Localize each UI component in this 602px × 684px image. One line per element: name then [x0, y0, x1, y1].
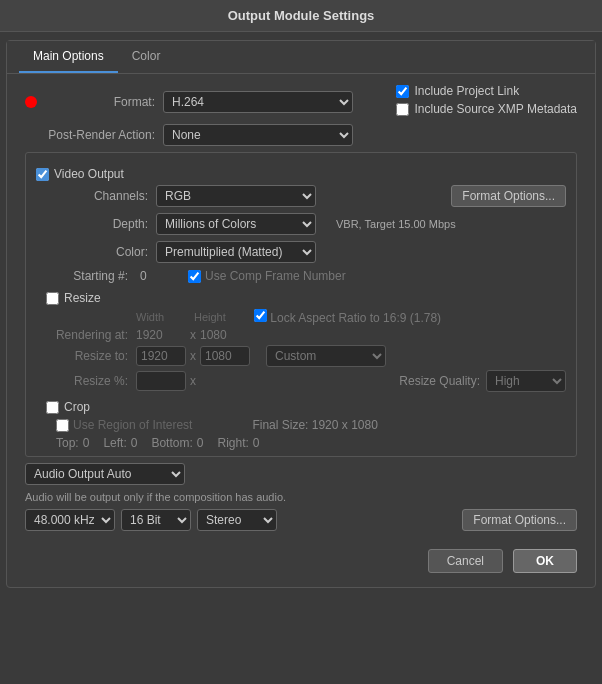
depth-label: Depth:: [36, 217, 156, 231]
format-status-dot: [25, 96, 37, 108]
crop-top-field: Top: 0: [56, 436, 89, 450]
use-comp-frame-row: Use Comp Frame Number: [188, 269, 346, 283]
use-comp-frame-checkbox[interactable]: [188, 270, 201, 283]
audio-header: Audio Output Auto Audio Output On Audio …: [25, 463, 577, 485]
stereo-select[interactable]: Stereo Mono 5.1: [197, 509, 277, 531]
resize-to-row: Resize to: x Custom 1920x1080 1280x720: [46, 345, 566, 367]
crop-options-row: Use Region of Interest Final Size: 1920 …: [46, 418, 566, 432]
crop-checkbox[interactable]: [46, 401, 59, 414]
include-source-xmp-checkbox[interactable]: [396, 103, 409, 116]
resize-pct-w[interactable]: [136, 371, 186, 391]
post-render-label: Post-Render Action:: [43, 128, 163, 142]
crop-label: Crop: [64, 400, 90, 414]
lock-aspect-checkbox[interactable]: [254, 309, 267, 322]
final-size-label: Final Size: 1920 x 1080: [252, 418, 377, 432]
rendering-w: 1920: [136, 328, 186, 342]
ok-button[interactable]: OK: [513, 549, 577, 573]
channels-select[interactable]: RGB RGB + Alpha Alpha: [156, 185, 316, 207]
x-sep2: x: [190, 349, 196, 363]
starting-label: Starting #:: [46, 269, 136, 283]
use-comp-frame-label: Use Comp Frame Number: [205, 269, 346, 283]
crop-right-field: Right: 0: [217, 436, 259, 450]
crop-right-label: Right:: [217, 436, 248, 450]
crop-bottom-field: Bottom: 0: [151, 436, 203, 450]
post-render-select[interactable]: None Import Import & Replace Usage Set P…: [163, 124, 353, 146]
resize-pct-row: Resize %: x Resize Quality: High Medium …: [46, 370, 566, 392]
video-output-label: Video Output: [54, 167, 124, 181]
include-project-link-checkbox[interactable]: [396, 85, 409, 98]
khz-select[interactable]: 48.000 kHz 44.100 kHz 22.050 kHz: [25, 509, 115, 531]
audio-output-select[interactable]: Audio Output Auto Audio Output On Audio …: [25, 463, 185, 485]
use-roi-checkbox[interactable]: [56, 419, 69, 432]
audio-section: Audio Output Auto Audio Output On Audio …: [25, 463, 577, 531]
resize-wh-labels-row: Width Height Lock Aspect Ratio to 16:9 (…: [46, 309, 566, 325]
crop-fields: Top: 0 Left: 0 Bottom: 0 Right: 0: [46, 436, 566, 450]
lock-aspect-label: Lock Aspect Ratio to 16:9 (1.78): [270, 311, 441, 325]
rendering-at-label: Rendering at:: [46, 328, 136, 342]
resize-checkbox[interactable]: [46, 292, 59, 305]
bottom-buttons: Cancel OK: [7, 541, 595, 577]
resize-preset-select[interactable]: Custom 1920x1080 1280x720: [266, 345, 386, 367]
x-sep3: x: [190, 374, 196, 388]
cancel-button[interactable]: Cancel: [428, 549, 503, 573]
color-row: Color: Premultiplied (Matted) Straight (…: [36, 241, 566, 263]
video-output-header: Video Output: [36, 167, 566, 181]
include-project-link-row: Include Project Link: [396, 84, 577, 98]
format-select[interactable]: H.264 QuickTime AVI PNG Sequence: [163, 91, 353, 113]
depth-select[interactable]: Millions of Colors Billions of Colors Mi…: [156, 213, 316, 235]
title-bar: Output Module Settings: [0, 0, 602, 32]
main-content: Format: H.264 QuickTime AVI PNG Sequence…: [7, 74, 595, 541]
depth-row: Depth: Millions of Colors Billions of Co…: [36, 213, 566, 235]
resize-to-label: Resize to:: [46, 349, 136, 363]
resize-header: Resize: [46, 291, 566, 305]
crop-left-field: Left: 0: [103, 436, 137, 450]
color-select[interactable]: Premultiplied (Matted) Straight (Unmatte…: [156, 241, 316, 263]
x-sep1: x: [190, 328, 196, 342]
crop-left-value: 0: [131, 436, 138, 450]
video-format-options-button[interactable]: Format Options...: [451, 185, 566, 207]
vbr-text: VBR, Target 15.00 Mbps: [336, 218, 456, 230]
use-roi-row: Use Region of Interest: [56, 418, 192, 432]
tab-color[interactable]: Color: [118, 41, 175, 73]
resize-quality-label: Resize Quality:: [399, 374, 480, 388]
crop-bottom-label: Bottom:: [151, 436, 192, 450]
include-project-link-label: Include Project Link: [414, 84, 519, 98]
channels-row: Channels: RGB RGB + Alpha Alpha Format O…: [36, 185, 566, 207]
crop-right-value: 0: [253, 436, 260, 450]
use-roi-label: Use Region of Interest: [73, 418, 192, 432]
crop-bottom-value: 0: [197, 436, 204, 450]
audio-format-options-button[interactable]: Format Options...: [462, 509, 577, 531]
resize-to-h[interactable]: [200, 346, 250, 366]
format-label: Format:: [43, 95, 163, 109]
audio-note: Audio will be output only if the composi…: [25, 491, 577, 503]
crop-top-value: 0: [83, 436, 90, 450]
post-render-row: Post-Render Action: None Import Import &…: [43, 124, 577, 146]
color-label: Color:: [36, 245, 156, 259]
crop-left-label: Left:: [103, 436, 126, 450]
width-col-label: Width: [136, 311, 186, 323]
crop-header: Crop: [46, 400, 566, 414]
format-row: Format: H.264 QuickTime AVI PNG Sequence…: [25, 84, 577, 120]
bit-select[interactable]: 16 Bit 8 Bit 32 Bit: [121, 509, 191, 531]
resize-section: Resize Width Height Lock Aspect Ratio to…: [36, 291, 566, 392]
rendering-h: 1080: [200, 328, 250, 342]
video-output-section: Video Output Channels: RGB RGB + Alpha A…: [25, 152, 577, 457]
include-source-xmp-row: Include Source XMP Metadata: [396, 102, 577, 116]
channels-label: Channels:: [36, 189, 156, 203]
top-right-checks: Include Project Link Include Source XMP …: [396, 84, 577, 120]
crop-section: Crop Use Region of Interest Final Size: …: [36, 400, 566, 450]
resize-to-w[interactable]: [136, 346, 186, 366]
tab-main-options[interactable]: Main Options: [19, 41, 118, 73]
starting-num: 0: [140, 269, 170, 283]
crop-top-label: Top:: [56, 436, 79, 450]
resize-quality-select[interactable]: High Medium Low: [486, 370, 566, 392]
height-col-label: Height: [194, 311, 244, 323]
resize-pct-label: Resize %:: [46, 374, 136, 388]
resize-label: Resize: [64, 291, 101, 305]
lock-aspect-row: Lock Aspect Ratio to 16:9 (1.78): [254, 309, 441, 325]
video-output-checkbox[interactable]: [36, 168, 49, 181]
audio-controls: 48.000 kHz 44.100 kHz 22.050 kHz 16 Bit …: [25, 509, 577, 531]
starting-row: Starting #: 0 Use Comp Frame Number: [36, 269, 566, 283]
dialog-title: Output Module Settings: [228, 8, 375, 23]
tabs-bar: Main Options Color: [7, 41, 595, 74]
